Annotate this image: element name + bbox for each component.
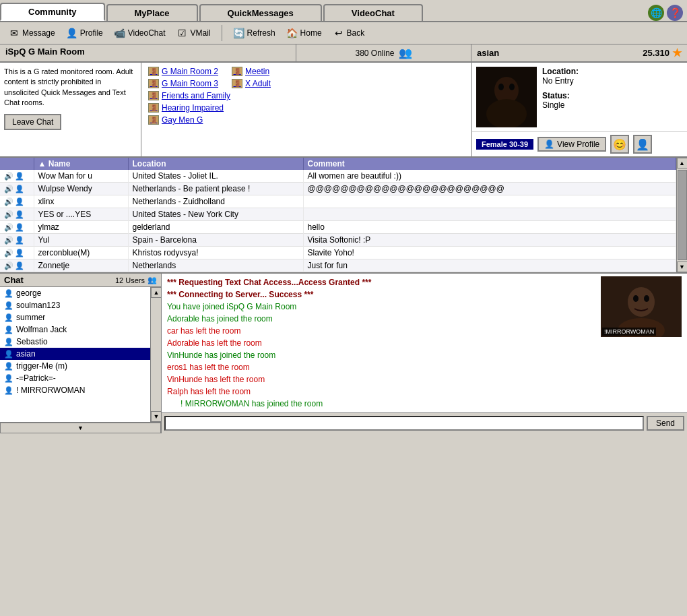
- room-link-row-1: 🚪 G Main Room 2 🚪 Meetin: [148, 67, 465, 76]
- table-row[interactable]: 🔊 👤 ylmaz gelderland hello: [0, 221, 676, 234]
- chat-user-item[interactable]: 👤 george: [0, 287, 150, 299]
- chat-user-item[interactable]: 👤 soulman123: [0, 299, 150, 311]
- chat-user-icon: 👤: [4, 373, 13, 383]
- room-link-g-main-2[interactable]: 🚪 G Main Room 2: [148, 67, 218, 76]
- leave-chat-button[interactable]: Leave Chat: [4, 114, 61, 130]
- room-link-xadult[interactable]: 🚪 X Adult: [232, 79, 271, 88]
- row-name-cell: Wulpse Wendy: [34, 183, 128, 195]
- table-row[interactable]: 🔊 👤 Zonnetje Netherlands Just for fun: [0, 259, 676, 272]
- user-table: ▲ Name Location Comment 🔊 👤 Wow Man for …: [0, 158, 676, 272]
- smiley-action-button[interactable]: 😊: [610, 135, 629, 154]
- scroll-thumb[interactable]: [678, 170, 687, 260]
- chat-user-name: -=Patrick=-: [16, 373, 56, 383]
- chat-section: Chat 12 Users 👥 👤 george 👤 soulman123 👤 …: [0, 274, 687, 433]
- col-header-location[interactable]: Location: [128, 158, 303, 170]
- chat-user-icon: 👤: [4, 301, 13, 310]
- help-icon[interactable]: ❓: [667, 5, 683, 21]
- status-value: Single: [542, 100, 564, 110]
- room-link-g-main-3[interactable]: 🚪 G Main Room 3: [148, 79, 218, 88]
- chat-user-name: Sebastio: [16, 337, 48, 346]
- table-row[interactable]: 🔊 👤 xlinx Netherlands - Zuidholland: [0, 195, 676, 208]
- profile-body: Location: No Entry Status: Single: [472, 63, 687, 131]
- col-header-name[interactable]: ▲ Name: [34, 158, 128, 170]
- chat-scroll-up[interactable]: ▲: [151, 287, 161, 298]
- svg-point-8: [633, 295, 639, 302]
- chat-user-name: george: [16, 288, 41, 298]
- chat-input[interactable]: [164, 416, 644, 431]
- chat-message: Ralph has left the room: [167, 386, 595, 398]
- table-row[interactable]: 🔊 👤 zerconblue(M) Khristos rodyvsya! Sla…: [0, 247, 676, 259]
- chat-user-item[interactable]: 👤 Wolfman Jack: [0, 324, 150, 336]
- tab-myplace[interactable]: MyPlace: [106, 4, 198, 21]
- room-link-icon-4: 🚪: [232, 79, 242, 88]
- chat-user-name: Wolfman Jack: [16, 325, 67, 334]
- row-comment-cell: Just for fun: [303, 259, 676, 272]
- table-row[interactable]: 🔊 👤 Yul Spain - Barcelona Visita Softoni…: [0, 234, 676, 247]
- row-name-cell: zerconblue(M): [34, 247, 128, 259]
- user-list-scrollbar[interactable]: ▲ ▼: [676, 158, 687, 272]
- room-link-icon: 🚪: [148, 67, 159, 76]
- row-comment-cell: All women are beautiful :)): [303, 170, 676, 183]
- send-button[interactable]: Send: [647, 416, 684, 431]
- chat-user-item[interactable]: 👤 summer: [0, 311, 150, 324]
- col-header-icons[interactable]: [0, 158, 34, 170]
- videochat-button[interactable]: 📹 VideoChat: [111, 26, 168, 40]
- table-row[interactable]: 🔊 👤 Wow Man for u United States - Joliet…: [0, 170, 676, 183]
- chat-user-item[interactable]: 👤 Sebastio: [0, 336, 150, 348]
- chat-scrollbar[interactable]: ▲ ▼: [150, 287, 161, 422]
- row-icons-cell: 🔊 👤: [0, 234, 34, 247]
- back-button[interactable]: ↩ Back: [330, 26, 368, 40]
- tab-community[interactable]: Community: [0, 3, 105, 21]
- chat-user-item[interactable]: 👤 trigger-Me (m): [0, 360, 150, 372]
- sort-arrow-icon: ▲: [38, 159, 46, 168]
- chat-message: *** Requesting Text Chat Access...Access…: [167, 276, 595, 288]
- room-section: This is a G rated monitored room. Adult …: [0, 63, 687, 158]
- row-icons-cell: 🔊 👤: [0, 170, 34, 183]
- room-link-meeting[interactable]: 🚪 Meetin: [232, 67, 269, 76]
- chat-message: car has left the room: [167, 325, 595, 337]
- home-button[interactable]: 🏠 Home: [284, 26, 325, 40]
- chat-user-name: trigger-Me (m): [16, 361, 67, 371]
- col-header-comment[interactable]: Comment: [303, 158, 676, 170]
- row-icons-cell: 🔊 👤: [0, 183, 34, 195]
- row-comment-cell: Slavite Yoho!: [303, 247, 676, 259]
- chat-user-item[interactable]: 👤 -=Patrick=-: [0, 372, 150, 384]
- speaker-icon: 🔊: [4, 172, 13, 181]
- profile-button[interactable]: 👤 Profile: [63, 26, 106, 40]
- profile-label: Profile: [80, 28, 103, 38]
- row-name-cell: xlinx: [34, 195, 128, 208]
- vmail-button[interactable]: ☑ VMail: [174, 26, 214, 40]
- room-link-gaymen[interactable]: 🚪 Gay Men G: [148, 115, 203, 125]
- chat-message: Adorable has left the room: [167, 337, 595, 349]
- view-profile-button[interactable]: 👤 View Profile: [537, 137, 606, 152]
- chat-user-icon: 👤: [4, 361, 13, 371]
- online-count: 380 Online: [355, 49, 394, 58]
- row-name-cell: YES or ....YES: [34, 208, 128, 221]
- room-link-friends[interactable]: 🚪 Friends and Family: [148, 91, 230, 100]
- chat-user-list: 👤 george 👤 soulman123 👤 summer 👤 Wolfman…: [0, 287, 150, 422]
- user-count-area: 12 Users 👥: [115, 276, 157, 284]
- row-location-cell: United States - Joliet IL.: [128, 170, 303, 183]
- message-button[interactable]: ✉ Message: [5, 26, 58, 40]
- scroll-down-arrow[interactable]: ▼: [677, 261, 688, 272]
- chat-scroll-down[interactable]: ▼: [151, 411, 161, 422]
- speaker-icon: 🔊: [4, 249, 13, 257]
- table-row[interactable]: 🔊 👤 YES or ....YES United States - New Y…: [0, 208, 676, 221]
- tab-quickmessages[interactable]: QuickMessages: [199, 4, 322, 21]
- home-label: Home: [300, 28, 322, 38]
- globe-icon[interactable]: 🌐: [648, 5, 664, 21]
- gender-age-badge: Female 30-39: [476, 139, 533, 150]
- chat-scroll-bottom[interactable]: ▼: [0, 423, 161, 433]
- scroll-up-arrow[interactable]: ▲: [677, 158, 688, 168]
- profile-info: Location: No Entry Status: Single: [542, 67, 683, 127]
- refresh-button[interactable]: 🔄 Refresh: [230, 26, 278, 40]
- profile-photo: [476, 67, 537, 127]
- tab-videochat[interactable]: VideoChat: [323, 4, 423, 21]
- table-row[interactable]: 🔊 👤 Wulpse Wendy Netherlands - Be patien…: [0, 183, 676, 195]
- room-link-hearing[interactable]: 🚪 Hearing Impaired: [148, 103, 224, 113]
- person-action-button[interactable]: 👤: [633, 135, 652, 154]
- user-avatar-icon: 👤: [15, 223, 24, 232]
- user-avatar-icon: 👤: [15, 185, 24, 193]
- chat-user-item[interactable]: 👤 ! MIRRORWOMAN: [0, 384, 150, 396]
- chat-user-item[interactable]: 👤 asian: [0, 348, 150, 360]
